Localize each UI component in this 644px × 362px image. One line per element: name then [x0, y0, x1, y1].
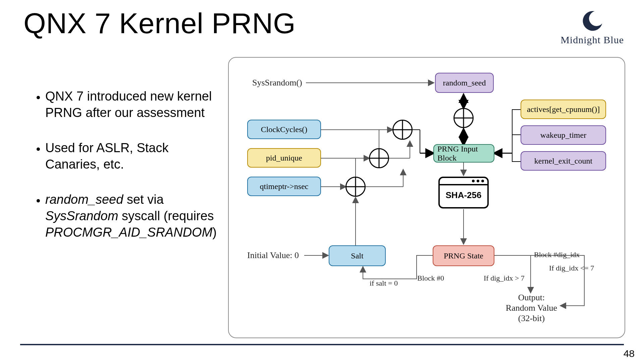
dig-le7-label: If dig_idx <= 7: [549, 264, 594, 273]
slide: QNX 7 Kernel PRNG Midnight Blue QNX 7 in…: [0, 0, 644, 362]
wakeup-box: wakeup_timer: [521, 125, 606, 145]
slide-title: QNX 7 Kernel PRNG: [23, 7, 296, 40]
dig-gt7-label: If dig_idx > 7: [484, 274, 525, 283]
moon-icon: [581, 9, 604, 33]
prng-input-box: PRNG Input Block: [433, 144, 494, 163]
kexit-box: kernel_exit_count: [521, 151, 606, 171]
bullet-list: QNX 7 introduced new kernel PRNG after o…: [32, 88, 220, 259]
syssrandom-label: SysSrandom(): [252, 78, 302, 88]
block0-label: Block #0: [417, 274, 444, 283]
salt-box: Salt: [329, 245, 386, 266]
footer-rule: [20, 344, 624, 345]
brand-logo: Midnight Blue: [560, 9, 624, 46]
clockcycles-box: ClockCycles(): [247, 120, 321, 139]
output-label: Output: Random Value (32-bit): [502, 292, 561, 324]
if-salt-0-label: if salt = 0: [370, 279, 398, 288]
actives-box: actives[get_cpunum()]: [521, 100, 606, 119]
bullet-1: QNX 7 introduced new kernel PRNG after o…: [45, 88, 220, 121]
brand-name: Midnight Blue: [560, 34, 624, 46]
xor-top: [453, 108, 474, 128]
pid-unique-box: pid_unique: [247, 148, 321, 168]
page-number: 48: [624, 348, 635, 359]
sha256-box: SHA-256: [438, 177, 489, 208]
qtimeptr-box: qtimeptr->nsec: [247, 177, 321, 196]
xor-2: [369, 148, 389, 168]
bullet-3: random_seed set via SysSrandom syscall (…: [45, 191, 220, 241]
initial-value-label: Initial Value: 0: [247, 250, 299, 260]
bullet-2: Used for ASLR, Stack Canaries, etc.: [45, 140, 220, 173]
prng-state-box: PRNG State: [433, 245, 494, 266]
xor-3: [345, 177, 366, 197]
block-dig-label: Block #dig_idx: [534, 250, 580, 259]
xor-1: [392, 120, 413, 140]
random-seed-box: random_seed: [435, 73, 494, 93]
prng-diagram: SysSrandom() random_seed ClockCycles() p…: [228, 57, 625, 338]
